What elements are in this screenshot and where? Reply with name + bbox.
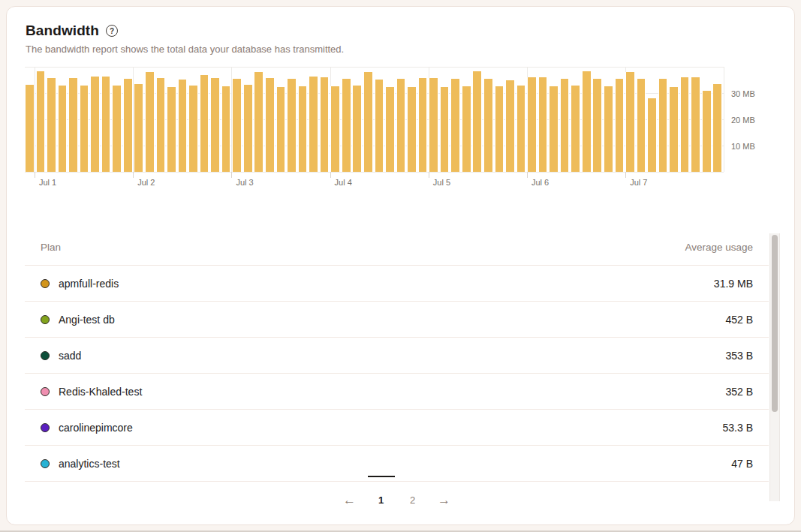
chart-bar [407,87,417,172]
y-axis-label: 30 MB [731,89,755,98]
chart-bar [188,86,198,173]
chart-gridline-vertical [724,67,724,172]
chart-bar [385,87,395,172]
y-axis-label: 10 MB [731,142,755,151]
chart-bar [363,72,373,172]
table-scrollbar-thumb[interactable] [772,235,778,412]
plan-name: Angi-test db [59,314,115,326]
chart-bar [309,77,318,172]
chart-bar [25,85,35,172]
plan-color-dot [41,351,50,360]
table-scrollbar-track[interactable] [769,233,780,501]
chart-bar [592,79,602,172]
chart-bar [702,91,712,172]
active-page-indicator [368,476,395,477]
chart-bar [156,78,166,172]
chart-bar [47,78,56,172]
plan-name: Redis-Khaled-test [59,386,142,398]
chart-plot-area [25,67,724,172]
usage-value: 352 B [725,386,753,398]
chart-bar [505,80,515,173]
usage-value: 353 B [725,350,753,362]
table-row[interactable]: Redis-Khaled-test352 B [25,374,769,410]
prev-page-arrow-icon[interactable]: ← [341,490,359,511]
chart-bar [90,77,100,172]
x-axis-label: Jul 6 [531,178,549,187]
chart-bar [495,86,504,172]
card-header: Bandwidth ? The bandwidth report shows t… [26,23,344,55]
y-axis-label: 20 MB [731,116,755,125]
chart-bar [221,86,231,172]
chart-bar [440,87,450,172]
subtitle: The bandwidth report shows the total dat… [26,44,344,55]
chart-bar [658,79,668,172]
pagination: ← 12 → [25,482,769,518]
chart-bar [123,79,133,172]
next-page-arrow-icon[interactable]: → [435,490,453,511]
chart-bar [483,79,493,172]
chart-bar [178,80,188,172]
chart-bar [112,86,122,173]
table-row[interactable]: sadd353 B [25,338,769,374]
chart-bar [647,98,657,172]
plan-name: carolinepimcore [59,422,133,434]
plan-color-dot [41,279,50,288]
chart-bar [615,79,625,172]
chart-bar [637,79,646,172]
chart-bar [450,79,460,172]
x-axis-tick [133,172,134,178]
chart-bar [68,78,78,172]
x-axis-label: Jul 7 [630,178,647,187]
chart-bar [36,71,46,172]
table-row[interactable]: analytics-test47 B [25,446,769,482]
chart-bar [298,86,308,172]
chart-bar [429,78,438,172]
chart-bar [375,80,384,172]
chart-bar [101,77,111,172]
chart-gridline-horizontal [25,172,724,173]
page-button-1[interactable]: 1 [372,490,390,511]
x-axis-label: Jul 1 [39,178,56,187]
chart-bar [396,79,406,172]
x-axis-tick [527,172,528,178]
x-axis-tick [429,172,429,178]
chart-bar [265,78,275,172]
chart-gridline-horizontal [25,67,724,68]
chart-bar [691,77,700,172]
x-axis-label: Jul 4 [335,178,352,187]
plan-name: sadd [59,350,81,362]
help-icon[interactable]: ? [106,25,118,37]
usage-value: 53.3 B [723,422,753,434]
x-axis-tick [35,172,35,178]
table-row[interactable]: apmfull-redis31.9 MB [25,266,769,302]
plan-color-dot [41,387,50,396]
chart-bar [134,84,143,172]
x-axis-label: Jul 5 [433,178,450,187]
plan-color-dot [41,459,50,468]
usage-value: 452 B [725,314,753,326]
page-button-2[interactable]: 2 [404,490,422,511]
usage-value: 31.9 MB [714,278,753,290]
chart-bar [582,71,592,172]
plan-color-dot [41,423,50,432]
chart-bar [232,79,242,172]
chart-bar [58,86,68,173]
chart-bar [625,72,635,172]
chart-bar [549,86,559,172]
bandwidth-chart: Jul 1Jul 2Jul 3Jul 4Jul 5Jul 6Jul 730 MB… [25,67,764,194]
chart-bar [571,86,580,173]
chart-bar [472,71,482,172]
chart-bar [276,87,286,172]
bandwidth-card: Bandwidth ? The bandwidth report shows t… [6,6,795,525]
chart-bar [712,84,722,172]
table-row[interactable]: Angi-test db452 B [25,302,769,338]
chart-bar [538,77,548,172]
plan-name: apmfull-redis [59,278,119,290]
usage-value: 47 B [731,458,753,470]
chart-bar [167,87,176,172]
chart-bar [320,77,330,172]
plan-color-dot [41,315,50,324]
chart-bar [516,86,526,172]
table-row[interactable]: carolinepimcore53.3 B [25,410,769,446]
chart-bar [342,79,351,172]
